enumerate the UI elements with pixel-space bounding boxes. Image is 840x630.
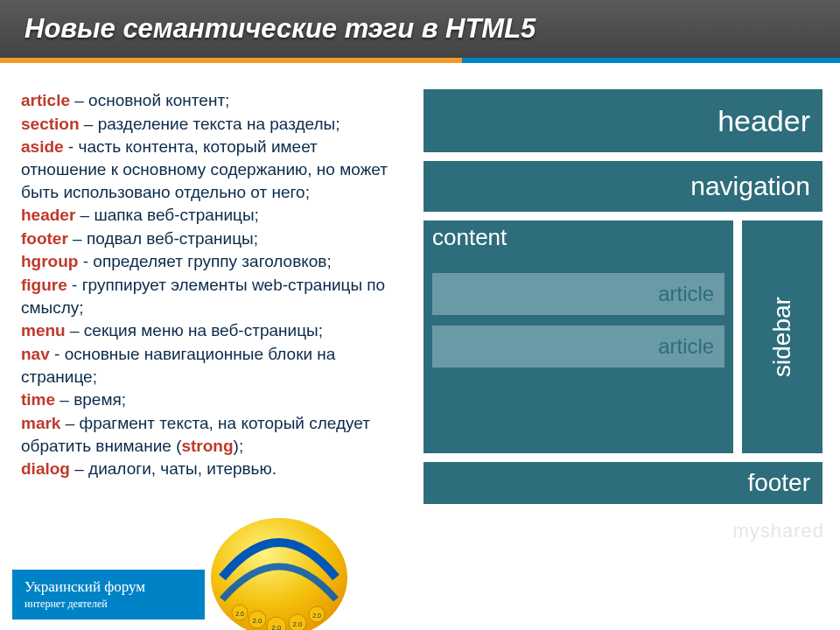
brand-badge: Украинский форум интернет деятелей [12, 570, 205, 620]
diagram-content-label: content [432, 224, 507, 251]
diagram-navigation: navigation [424, 161, 822, 212]
layout-diagram: header navigation content article articl… [424, 89, 822, 504]
def-figure: figure - группирует элементы web-страниц… [21, 274, 406, 318]
diagram-content: content article article [424, 220, 733, 453]
watermark: myshared [732, 520, 824, 542]
definitions-list: article – основной контент; section – ра… [21, 89, 406, 504]
def-menu: menu – секция меню на веб-страницы; [21, 319, 406, 342]
def-article: article – основной контент; [21, 89, 406, 112]
def-mark: mark – фрагмент текста, на который следу… [21, 412, 406, 457]
brand-line2: интернет деятелей [24, 598, 189, 611]
def-header: header – шапка веб-страницы; [21, 204, 406, 227]
def-section: section – разделение текста на разделы; [21, 113, 406, 136]
svg-text:2.0: 2.0 [312, 612, 321, 619]
svg-point-0 [211, 518, 347, 630]
def-footer: footer – подвал веб-страницы; [21, 228, 406, 250]
diagram-footer: footer [424, 462, 822, 504]
def-aside: aside - часть контента, который имеет от… [21, 136, 406, 203]
svg-text:2.0: 2.0 [271, 624, 282, 630]
diagram-header: header [424, 89, 822, 152]
svg-text:2.0: 2.0 [235, 611, 244, 617]
content-row: article – основной контент; section – ра… [0, 63, 840, 504]
diagram-midrow: content article article sidebar [424, 220, 822, 453]
diagram-sidebar: sidebar [742, 220, 822, 453]
svg-text:2.0: 2.0 [252, 617, 262, 625]
balloon-icon: 2.0 2.0 2.0 2.0 2.0 [205, 516, 354, 630]
def-nav: nav - основные навигационные блоки на ст… [21, 343, 406, 388]
title-bar: Новые семантические тэги в HTML5 [0, 0, 840, 63]
def-time: time – время; [21, 388, 406, 411]
diagram-article-1: article [432, 273, 724, 315]
slide-title: Новые семантические тэги в HTML5 [24, 13, 536, 45]
def-hgroup: hgroup - определяет группу заголовков; [21, 250, 406, 273]
svg-text:2.0: 2.0 [292, 620, 303, 628]
diagram-article-2: article [432, 326, 724, 368]
def-dialog: dialog – диалоги, чаты, итервью. [21, 458, 406, 480]
diagram-sidebar-label: sidebar [768, 297, 796, 377]
brand-line1: Украинский форум [24, 578, 189, 596]
